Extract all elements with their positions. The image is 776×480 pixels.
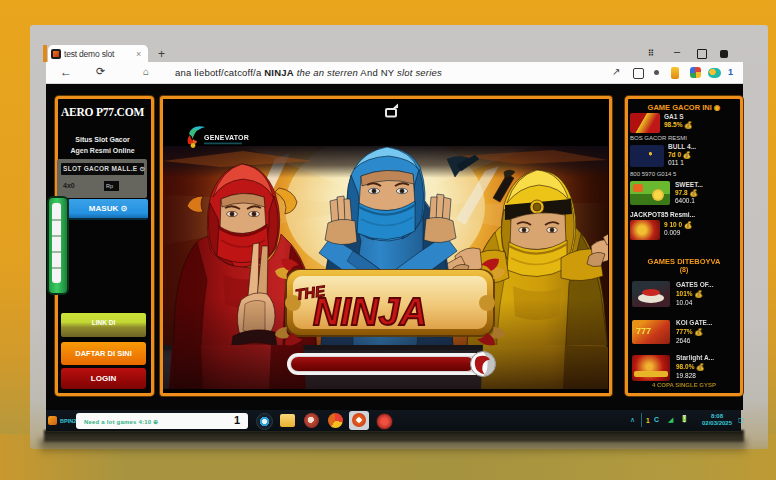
svg-text:GENEVATOR: GENEVATOR xyxy=(204,134,249,141)
svg-text:NINJA: NINJA xyxy=(313,291,427,333)
